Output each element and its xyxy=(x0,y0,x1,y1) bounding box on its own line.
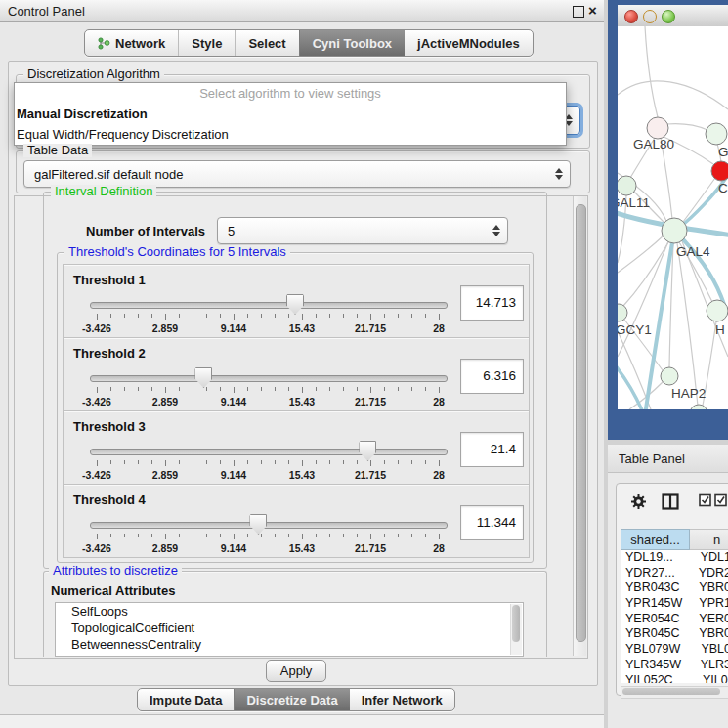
slider-handle[interactable] xyxy=(286,294,304,315)
network-window-titlebar[interactable] xyxy=(618,5,728,27)
network-icon xyxy=(98,37,110,50)
slider-track[interactable] xyxy=(90,522,448,529)
threshold-value-field[interactable]: 14.713 xyxy=(460,285,524,321)
network-edge[interactable] xyxy=(618,81,728,109)
tab-select[interactable]: Select xyxy=(235,30,298,56)
network-canvas-svg: GAL80GCGAL11GAL4GCY1HHAP2 xyxy=(618,26,728,409)
minimize-traffic-light-icon[interactable] xyxy=(643,10,657,23)
network-canvas[interactable]: GAL80GCGAL11GAL4GCY1HHAP2 xyxy=(618,26,728,409)
tab-infer-network[interactable]: Infer Network xyxy=(350,689,454,710)
tab-cyni-toolbox[interactable]: Cyni Toolbox xyxy=(299,30,405,56)
number-of-intervals-value: 5 xyxy=(228,224,235,238)
network-node-c[interactable] xyxy=(711,161,728,181)
gear-icon[interactable] xyxy=(630,493,647,510)
threshold-4-slider[interactable]: -3.4262.8599.14415.4321.71528 xyxy=(64,485,454,557)
horizontal-scrollbar[interactable] xyxy=(621,686,728,699)
tab-impute-data[interactable]: Impute Data xyxy=(138,689,234,710)
threshold-value-field[interactable]: 11.344 xyxy=(460,505,524,540)
attribute-item[interactable]: SelfLoops xyxy=(56,603,523,620)
tab-network-label: Network xyxy=(115,36,165,51)
threshold-value-field[interactable]: 21.4 xyxy=(460,432,524,467)
slider-handle[interactable] xyxy=(359,441,376,461)
network-edge-highlighted[interactable] xyxy=(618,364,645,409)
table-row[interactable]: YER054CYER0 xyxy=(621,612,728,627)
window-bottom-strip xyxy=(0,715,604,728)
tab-discretize-data[interactable]: Discretize Data xyxy=(234,689,349,710)
threshold-value-field[interactable]: 6.316 xyxy=(460,359,524,394)
table-row[interactable]: YBR045CYBR0 xyxy=(621,626,728,642)
network-node-label: GAL4 xyxy=(676,244,710,259)
slider-track[interactable] xyxy=(90,375,448,382)
table-row[interactable]: YLR345WYLR3 xyxy=(621,658,728,673)
tab-jactivemnodules[interactable]: jActiveMNodules xyxy=(405,30,533,56)
control-panel: Control Panel × Network Style Select Cyn… xyxy=(0,0,604,728)
numerical-attributes-list[interactable]: SelfLoopsTopologicalCoefficientBetweenne… xyxy=(55,602,524,657)
network-node[interactable] xyxy=(690,405,707,409)
table-row[interactable]: YBL079WYBL0 xyxy=(621,642,728,658)
network-node-gcy1[interactable] xyxy=(618,304,627,321)
network-node-label: C xyxy=(718,181,728,195)
column-layout-icon[interactable] xyxy=(662,493,679,510)
application-root: Control Panel × Network Style Select Cyn… xyxy=(0,0,728,728)
threshold-3-panel: Threshold 3 -3.4262.8599.14415.4321.7152… xyxy=(63,410,530,485)
dropdown-item-manual-discretization[interactable]: Manual Discretization xyxy=(15,104,566,124)
table-row[interactable]: YDL19...YDL1 xyxy=(621,550,728,566)
attributes-group-label: Attributes to discretize xyxy=(49,564,182,578)
column-header-shared-name[interactable]: shared... xyxy=(621,529,690,550)
slider-handle[interactable] xyxy=(249,514,267,535)
interval-definition-group-label: Interval Definition xyxy=(51,185,156,198)
close-traffic-light-icon[interactable] xyxy=(624,10,638,23)
network-edge[interactable] xyxy=(618,236,664,273)
scrollbar-thumb[interactable] xyxy=(512,605,520,642)
threshold-2-panel: Threshold 2 -3.4262.8599.14415.4321.7152… xyxy=(63,337,530,411)
network-node-label: GCY1 xyxy=(618,322,652,337)
network-node-h[interactable] xyxy=(707,300,728,321)
tab-style[interactable]: Style xyxy=(178,30,235,56)
control-panel-titlebar: Control Panel × xyxy=(0,0,604,22)
combo-arrows-icon xyxy=(554,167,563,181)
table-row[interactable]: YPR145WYPR1 xyxy=(621,596,728,612)
zoom-traffic-light-icon[interactable] xyxy=(662,10,675,23)
column-header-name[interactable]: n xyxy=(690,529,728,550)
slider-handle[interactable] xyxy=(194,367,212,388)
select-columns-checkboxes-icon[interactable] xyxy=(699,493,728,507)
table-row[interactable]: YIL052CYIL0 xyxy=(621,673,728,684)
table-row[interactable]: YBR043CYBR0 xyxy=(621,580,728,596)
attribute-item[interactable]: TopologicalCoefficient xyxy=(56,620,523,636)
slider-track[interactable] xyxy=(90,302,448,309)
table-header-row: shared... n xyxy=(621,529,728,550)
attribute-item[interactable]: BetweennessCentrality xyxy=(56,636,523,653)
table-data-combobox-value: galFiltered.sif default node xyxy=(34,167,183,182)
network-node-label: G xyxy=(718,145,728,159)
table-panel: Table Panel shar xyxy=(608,445,728,728)
threshold-1-slider[interactable]: -3.4262.8599.14415.4321.71528 xyxy=(64,265,454,337)
float-window-icon[interactable] xyxy=(573,6,584,18)
dropdown-item-equal-width-frequency[interactable]: Equal Width/Frequency Discretization xyxy=(15,124,566,145)
numerical-attributes-label: Numerical Attributes xyxy=(51,583,175,598)
scrollbar-thumb[interactable] xyxy=(622,688,720,695)
network-node-gal4[interactable] xyxy=(662,218,687,243)
vertical-scrollbar[interactable] xyxy=(573,196,586,656)
attributes-list-scrollbar[interactable] xyxy=(510,604,522,655)
network-node-hap2[interactable] xyxy=(661,367,678,385)
table-rows: YDL19...YDL1YDR27...YDR2YBR043CYBR0YPR14… xyxy=(621,550,728,683)
cyni-mode-tabs: Impute Data Discretize Data Infer Networ… xyxy=(137,688,455,711)
close-icon[interactable]: × xyxy=(588,2,597,19)
apply-button[interactable]: Apply xyxy=(266,660,326,682)
scrollbar-thumb[interactable] xyxy=(576,204,586,642)
slider-track[interactable] xyxy=(90,449,448,455)
network-node-gal11[interactable] xyxy=(618,176,636,195)
threshold-2-slider[interactable]: -3.4262.8599.14415.4321.71528 xyxy=(64,338,454,410)
number-of-intervals-label: Number of Intervals xyxy=(86,224,205,238)
network-node-gal80[interactable] xyxy=(647,117,668,139)
table-row[interactable]: YDR27...YDR2 xyxy=(621,566,728,581)
threshold-3-slider[interactable]: -3.4262.8599.14415.4321.71528 xyxy=(64,411,454,484)
network-edge[interactable] xyxy=(645,26,658,117)
table-panel-body: shared... n YDL19...YDL1YDR27...YDR2YBR0… xyxy=(616,483,728,696)
network-edge[interactable] xyxy=(618,241,668,357)
network-node-label: H xyxy=(715,322,725,337)
network-edge[interactable] xyxy=(666,124,707,130)
network-node-g[interactable] xyxy=(706,123,727,145)
number-of-intervals-combobox[interactable]: 5 xyxy=(217,217,508,244)
tab-network[interactable]: Network xyxy=(85,30,178,56)
